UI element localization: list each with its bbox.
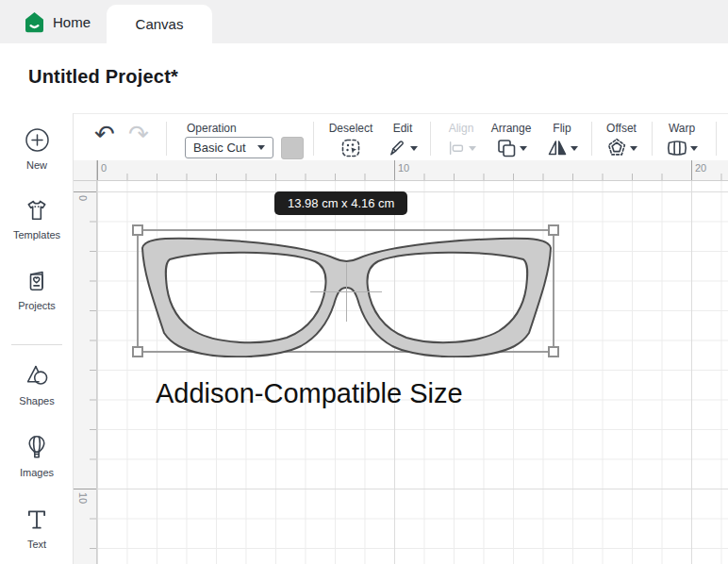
- ruler-corner: [74, 160, 97, 181]
- sidebar-divider: [11, 344, 62, 345]
- chevron-down-icon: [690, 146, 698, 151]
- design-sidebar: New Templates Projects Shapes: [0, 113, 74, 564]
- resize-handle-bottom-left[interactable]: [132, 346, 143, 357]
- canvas-region: 0 10 20 0 10 13.98 cm x 4.16 cm Addison-…: [74, 160, 728, 564]
- operation-value: Basic Cut: [193, 141, 246, 155]
- v-ruler-label: 0: [77, 195, 89, 201]
- redo-button[interactable]: ↷: [128, 122, 149, 146]
- chevron-down-icon: [630, 146, 637, 151]
- projects-card-icon: [25, 269, 49, 293]
- toolbar-divider: [591, 122, 592, 156]
- warp-icon: [666, 138, 687, 158]
- toolbar-divider: [716, 122, 717, 156]
- h-ruler-label: 0: [101, 162, 107, 174]
- arrange-icon: [496, 138, 517, 158]
- toolbar-divider: [166, 122, 167, 156]
- images-balloon-icon: [25, 434, 49, 460]
- text-tool-icon: [25, 507, 49, 532]
- new-plus-icon: [25, 127, 50, 153]
- sidebar-item-templates[interactable]: Templates: [0, 198, 74, 241]
- sidebar-item-images[interactable]: Images: [0, 434, 74, 478]
- edit-toolbar: ↶ ↷ Operation Basic Cut Deselect Edit: [74, 113, 728, 161]
- vertical-ruler: 0 10: [74, 181, 97, 564]
- chevron-down-icon: [410, 146, 418, 151]
- horizontal-ruler: 0 10 20: [97, 160, 728, 181]
- chevron-down-icon: [571, 146, 578, 151]
- page-title: Untitled Project*: [28, 66, 178, 88]
- deselect-icon: [340, 138, 361, 158]
- h-ruler-label: 10: [398, 162, 409, 174]
- deselect-button[interactable]: Deselect: [325, 122, 376, 159]
- warp-button[interactable]: Warp: [660, 122, 703, 159]
- home-label: Home: [53, 14, 91, 30]
- edit-pencil-icon: [388, 138, 407, 158]
- operation-select[interactable]: Basic Cut: [185, 137, 273, 158]
- flip-button[interactable]: Flip: [541, 122, 583, 159]
- resize-handle-top-left[interactable]: [132, 224, 143, 236]
- toolbar-divider: [652, 122, 653, 156]
- offset-icon: [606, 138, 627, 158]
- toolbar-divider: [313, 122, 314, 156]
- tab-canvas[interactable]: Canvas: [107, 5, 212, 43]
- selection-center-crosshair: [346, 263, 347, 322]
- sidebar-item-shapes[interactable]: Shapes: [0, 363, 74, 406]
- canvas-text-object[interactable]: Addison-Compatible Size: [156, 378, 463, 409]
- v-ruler-label: 10: [77, 492, 89, 504]
- chevron-down-icon: [469, 146, 476, 151]
- material-color-swatch[interactable]: [281, 137, 304, 159]
- align-button: Align: [439, 122, 483, 159]
- edit-button[interactable]: Edit: [380, 122, 425, 159]
- undo-button[interactable]: ↶: [94, 122, 115, 146]
- title-bar: Untitled Project*: [0, 43, 728, 113]
- selection-size-tooltip: 13.98 cm x 4.16 cm: [274, 191, 407, 215]
- toolbar-divider: [430, 122, 431, 156]
- flip-icon: [547, 138, 568, 158]
- glasses-shape-selection[interactable]: [137, 229, 554, 353]
- eyeglasses-shape[interactable]: [138, 235, 555, 357]
- offset-button[interactable]: Offset: [599, 122, 644, 159]
- canvas-tab-label: Canvas: [136, 16, 184, 32]
- shapes-icon: [25, 363, 50, 389]
- top-tab-bar: Home Canvas: [0, 0, 728, 43]
- sidebar-item-projects[interactable]: Projects: [0, 269, 74, 311]
- arrange-button[interactable]: Arrange: [486, 122, 537, 159]
- selection-center-crosshair: [310, 291, 382, 292]
- align-icon: [447, 138, 466, 158]
- sidebar-item-new[interactable]: New: [0, 127, 74, 171]
- cricut-logo-icon: [25, 11, 44, 33]
- sidebar-item-text[interactable]: Text: [0, 507, 74, 550]
- chevron-down-icon: [520, 146, 527, 151]
- chevron-down-icon: [257, 145, 265, 150]
- home-button[interactable]: Home: [25, 0, 91, 43]
- canvas-viewport[interactable]: 13.98 cm x 4.16 cm Addison-Compatible Si…: [97, 181, 728, 564]
- resize-handle-top-right[interactable]: [548, 224, 559, 236]
- h-ruler-label: 20: [695, 162, 706, 174]
- templates-shirt-icon: [25, 198, 49, 223]
- resize-handle-bottom-right[interactable]: [548, 346, 559, 357]
- operation-label: Operation: [187, 122, 237, 135]
